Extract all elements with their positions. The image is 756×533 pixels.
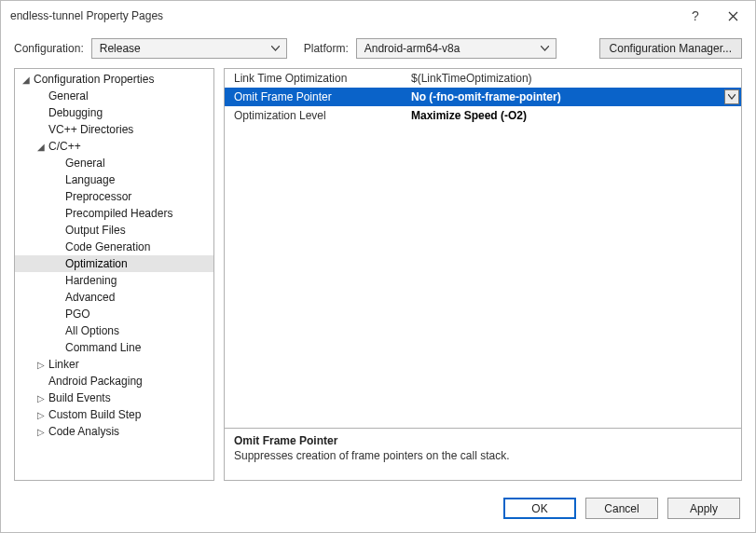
cancel-button[interactable]: Cancel <box>585 498 658 519</box>
tree-label: Hardening <box>65 274 117 287</box>
tree-item[interactable]: ▷Output Files <box>15 222 213 239</box>
tree-item[interactable]: ▷General <box>15 88 213 104</box>
tree-panel[interactable]: ◢ Configuration Properties ▷General▷Debu… <box>14 68 214 481</box>
tree-item[interactable]: ▷Command Line <box>15 339 213 356</box>
grid-property-value: $(LinkTimeOptimization) <box>402 69 741 88</box>
tree-item[interactable]: ▷Debugging <box>15 104 213 121</box>
grid-property-name: Optimization Level <box>225 106 402 125</box>
expand-icon[interactable]: ▷ <box>35 360 47 370</box>
tree-item[interactable]: ▷Language <box>15 171 213 188</box>
platform-combo[interactable]: Android-arm64-v8a <box>356 38 557 59</box>
tree-item[interactable]: ▷Code Generation <box>15 239 213 255</box>
tree-label: Output Files <box>65 224 126 237</box>
footer: OK Cancel Apply <box>1 488 755 532</box>
apply-label: Apply <box>690 502 718 515</box>
tree-label: Build Events <box>48 391 111 404</box>
tree-item[interactable]: ▷Android Packaging <box>15 373 213 390</box>
tree-item[interactable]: ▷General <box>15 155 213 171</box>
main-area: ◢ Configuration Properties ▷General▷Debu… <box>1 68 755 488</box>
tree-label: Debugging <box>48 106 103 119</box>
description-text: Suppresses creation of frame pointers on… <box>234 449 732 462</box>
tree-item[interactable]: ▷All Options <box>15 322 213 339</box>
tree-label: Advanced <box>65 291 115 304</box>
tree-label: General <box>65 157 105 170</box>
tree-label: Preprocessor <box>65 190 131 203</box>
tree-label: VC++ Directories <box>48 123 133 136</box>
tree-label: Configuration Properties <box>34 73 154 86</box>
property-grid[interactable]: Link Time Optimization$(LinkTimeOptimiza… <box>224 68 742 429</box>
expand-icon[interactable]: ▷ <box>35 427 47 437</box>
collapse-icon[interactable]: ◢ <box>35 142 47 152</box>
tree-item[interactable]: ▷PGO <box>15 306 213 322</box>
close-button[interactable] <box>714 3 751 29</box>
tree-label: Code Analysis <box>48 425 119 438</box>
grid-row[interactable]: Optimization LevelMaximize Speed (-O2) <box>225 106 741 125</box>
tree-label: Code Generation <box>65 240 150 253</box>
tree-item-ccpp[interactable]: ◢C/C++ <box>15 138 213 155</box>
tree-label: All Options <box>65 324 119 337</box>
ok-label: OK <box>531 502 547 515</box>
grid-property-value[interactable]: No (-fno-omit-frame-pointer) <box>402 88 741 106</box>
config-row: Configuration: Release Platform: Android… <box>1 31 755 68</box>
cancel-label: Cancel <box>604 502 639 515</box>
tree-label: Linker <box>48 358 79 371</box>
configuration-value: Release <box>100 42 269 55</box>
tree-item-root[interactable]: ◢ Configuration Properties <box>15 71 213 88</box>
tree-label: General <box>48 89 89 102</box>
help-icon: ? <box>692 8 699 23</box>
grid-property-name: Link Time Optimization <box>225 69 402 88</box>
platform-label: Platform: <box>304 42 349 55</box>
close-icon <box>728 11 738 21</box>
grid-row[interactable]: Link Time Optimization$(LinkTimeOptimiza… <box>225 69 741 88</box>
apply-button[interactable]: Apply <box>667 498 740 519</box>
configuration-label: Configuration: <box>14 42 84 55</box>
tree-label: Precompiled Headers <box>65 207 172 220</box>
tree-item[interactable]: ▷Code Analysis <box>15 423 213 440</box>
chevron-down-icon <box>269 39 282 58</box>
right-panel: Link Time Optimization$(LinkTimeOptimiza… <box>224 68 742 481</box>
collapse-icon[interactable]: ◢ <box>21 75 32 85</box>
chevron-down-icon[interactable] <box>724 89 739 104</box>
config-manager-button[interactable]: Configuration Manager... <box>599 38 742 59</box>
tree-label: Command Line <box>65 341 141 354</box>
tree-item[interactable]: ▷Precompiled Headers <box>15 205 213 222</box>
description-panel: Omit Frame Pointer Suppresses creation o… <box>224 429 742 481</box>
tree-label: Custom Build Step <box>48 408 141 421</box>
grid-row-selected[interactable]: Omit Frame PointerNo (-fno-omit-frame-po… <box>225 88 741 106</box>
config-manager-label: Configuration Manager... <box>610 42 732 55</box>
tree-item[interactable]: ▷Hardening <box>15 272 213 289</box>
chevron-down-icon <box>539 39 552 58</box>
help-button[interactable]: ? <box>677 3 714 29</box>
ok-button[interactable]: OK <box>503 498 576 519</box>
tree-item[interactable]: ▷Linker <box>15 356 213 373</box>
tree-label: PGO <box>65 308 90 321</box>
tree-label: Optimization <box>65 257 128 270</box>
description-title: Omit Frame Pointer <box>234 434 732 447</box>
window-title: endless-tunnel Property Pages <box>10 9 677 22</box>
configuration-combo[interactable]: Release <box>91 38 287 59</box>
tree-item[interactable]: ▷Advanced <box>15 289 213 306</box>
titlebar: endless-tunnel Property Pages ? <box>1 1 755 31</box>
expand-icon[interactable]: ▷ <box>35 410 47 420</box>
tree-label: Android Packaging <box>48 375 143 388</box>
property-pages-dialog: endless-tunnel Property Pages ? Configur… <box>0 0 756 533</box>
grid-property-name: Omit Frame Pointer <box>225 88 402 106</box>
tree-label: Language <box>65 173 115 186</box>
tree-item[interactable]: ▷VC++ Directories <box>15 121 213 138</box>
tree-item[interactable]: ▷Build Events <box>15 390 213 406</box>
tree-label: C/C++ <box>48 140 81 153</box>
platform-value: Android-arm64-v8a <box>364 42 539 55</box>
tree-item[interactable]: ▷Preprocessor <box>15 188 213 205</box>
grid-property-value: Maximize Speed (-O2) <box>402 106 741 125</box>
tree-item-selected[interactable]: ▷Optimization <box>15 255 213 272</box>
tree-item[interactable]: ▷Custom Build Step <box>15 406 213 423</box>
expand-icon[interactable]: ▷ <box>35 393 47 403</box>
